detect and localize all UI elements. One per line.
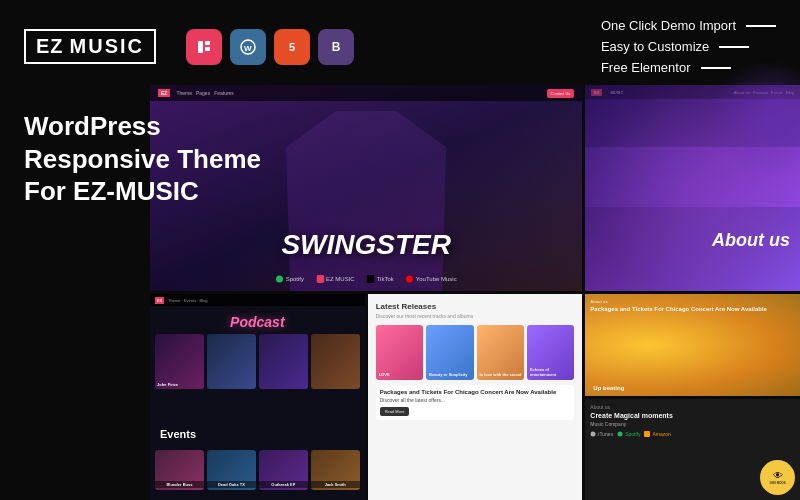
magical-subtitle: Music Company xyxy=(590,421,795,427)
bootstrap-icon: B xyxy=(318,29,354,65)
svg-rect-11 xyxy=(644,431,650,437)
svg-rect-2 xyxy=(205,47,210,51)
concert-text: Up beating xyxy=(593,385,624,391)
feature-label-demo: One Click Demo Import xyxy=(601,18,736,33)
svg-rect-6 xyxy=(316,275,324,283)
svg-point-9 xyxy=(591,431,596,436)
top-mini-cards: John Petra xyxy=(155,334,360,389)
panel-releases: Latest Releases Discover our most recent… xyxy=(368,294,583,500)
panel-right-bottom: About us Packages and Tickets For Chicag… xyxy=(585,294,800,500)
release-card-4: Echoes of entertainment xyxy=(527,325,574,380)
feature-line xyxy=(746,25,776,27)
about-banner xyxy=(585,147,800,207)
feature-item-demo: One Click Demo Import xyxy=(601,18,776,33)
html5-icon: 5 xyxy=(274,29,310,65)
mini-card-4: Jack Smith xyxy=(311,450,360,490)
tagline-line1: WordPress xyxy=(24,110,261,143)
youtube-music-icon: YouTube Music xyxy=(406,275,457,283)
logo-music: MUSIC xyxy=(70,35,144,58)
top-card-1-label: John Petra xyxy=(157,382,178,387)
tagline-line3: For EZ-MUSIC xyxy=(24,175,261,208)
svg-point-5 xyxy=(276,276,283,283)
podcast-label: Podcast xyxy=(230,314,284,330)
mods-badge: 👁 1000 MODS xyxy=(760,460,795,495)
releases-article-text: Discover all the latest offers... xyxy=(380,397,571,403)
events-label: Events xyxy=(160,428,196,440)
about-label-small: About us xyxy=(590,299,607,304)
mini-card-3: Outbreak EP xyxy=(259,450,308,490)
spotify-icons-row: Spotify EZ MUSIC TikTok YouTube Music xyxy=(276,275,457,283)
feature-label-elementor: Free Elementor xyxy=(601,60,691,75)
release-card-2-label: Beauty or Simplicity xyxy=(429,372,467,377)
top-card-4 xyxy=(311,334,360,389)
ezmusic-icon: EZ MUSIC xyxy=(316,275,355,283)
top-card-1: John Petra xyxy=(155,334,204,389)
svg-point-10 xyxy=(618,431,623,436)
releases-article-title: Packages and Tickets For Chicago Concert… xyxy=(380,389,571,395)
svg-point-8 xyxy=(406,276,413,283)
logo: EZ MUSIC xyxy=(24,29,156,64)
feature-item-customize: Easy to Customize xyxy=(601,39,776,54)
svg-rect-7 xyxy=(367,275,375,283)
tiktok-icon: TikTok xyxy=(367,275,394,283)
feature-label-customize: Easy to Customize xyxy=(601,39,709,54)
features-list: One Click Demo Import Easy to Customize … xyxy=(601,18,776,75)
magical-title: Create Magical moments xyxy=(590,412,795,419)
releases-subtitle: Discover our most recent tracks and albu… xyxy=(376,313,575,319)
concert-title: Packages and Tickets For Chicago Concert… xyxy=(590,306,795,312)
tagline: WordPress Responsive Theme For EZ-MUSIC xyxy=(24,110,261,208)
mini-card-3-label: Outbreak EP xyxy=(259,481,308,488)
release-card-4-label: Echoes of entertainment xyxy=(530,367,574,377)
tech-icons: W 5 B xyxy=(186,29,354,65)
wordpress-icon: W xyxy=(230,29,266,65)
mini-card-2-label: Dead Oaks TX xyxy=(207,481,256,488)
release-card-1-label: LOVE xyxy=(379,372,390,377)
feature-item-elementor: Free Elementor xyxy=(601,60,776,75)
feature-line-2 xyxy=(719,46,749,48)
panel-concert: About us Packages and Tickets For Chicag… xyxy=(585,294,800,396)
events-mini-nav: EZ Theme · Events · Blog xyxy=(150,294,365,306)
mini-card-2: Dead Oaks TX xyxy=(207,450,256,490)
logo-ez: EZ xyxy=(36,35,64,58)
elementor-icon xyxy=(186,29,222,65)
feature-line-3 xyxy=(701,67,731,69)
amazon-streaming-icon: Amazon xyxy=(644,431,670,437)
itunes-icon: iTunes xyxy=(590,431,613,437)
panel-magical: About us Create Magical moments Music Co… xyxy=(585,399,800,501)
spotify-icon: Spotify xyxy=(276,275,304,283)
events-nav-links: Theme · Events · Blog xyxy=(168,298,207,303)
events-mini-logo: EZ xyxy=(155,297,164,304)
panel-about: EZ MUSIC About Us Podcast Events Blog Ab… xyxy=(585,85,800,291)
magical-about-label: About us xyxy=(590,404,795,410)
top-card-2 xyxy=(207,334,256,389)
svg-rect-0 xyxy=(198,41,203,53)
releases-article: Packages and Tickets For Chicago Concert… xyxy=(376,385,575,420)
release-card-3-label: In love with the sound xyxy=(480,372,522,377)
read-more-btn[interactable]: Read More xyxy=(380,407,410,416)
swingster-title: SWINGSTER xyxy=(281,229,451,261)
release-card-3: In love with the sound xyxy=(477,325,524,380)
mods-text: 1000 MODS xyxy=(769,481,786,485)
mini-card-4-label: Jack Smith xyxy=(311,481,360,488)
header: EZ MUSIC W 5 B One Click Demo Import xyxy=(0,0,800,93)
streaming-icons: iTunes Spotify Amazon xyxy=(590,431,795,437)
mini-cards-row: Blunder Buss Dead Oaks TX Outbreak EP Ja… xyxy=(155,450,360,490)
mini-card-1-label: Blunder Buss xyxy=(155,481,204,488)
mods-eye-icon: 👁 xyxy=(773,470,783,481)
mini-card-1: Blunder Buss xyxy=(155,450,204,490)
top-card-3 xyxy=(259,334,308,389)
release-card-2: Beauty or Simplicity xyxy=(426,325,473,380)
release-card-1: LOVE xyxy=(376,325,423,380)
releases-title: Latest Releases xyxy=(376,302,575,311)
spotify-streaming-icon: Spotify xyxy=(617,431,640,437)
svg-text:W: W xyxy=(244,44,252,53)
tagline-line2: Responsive Theme xyxy=(24,143,261,176)
about-title: About us xyxy=(712,230,790,251)
panel-events: EZ Theme · Events · Blog John Petra Podc… xyxy=(150,294,365,500)
svg-rect-1 xyxy=(205,41,210,45)
release-cards-row: LOVE Beauty or Simplicity In love with t… xyxy=(376,325,575,380)
